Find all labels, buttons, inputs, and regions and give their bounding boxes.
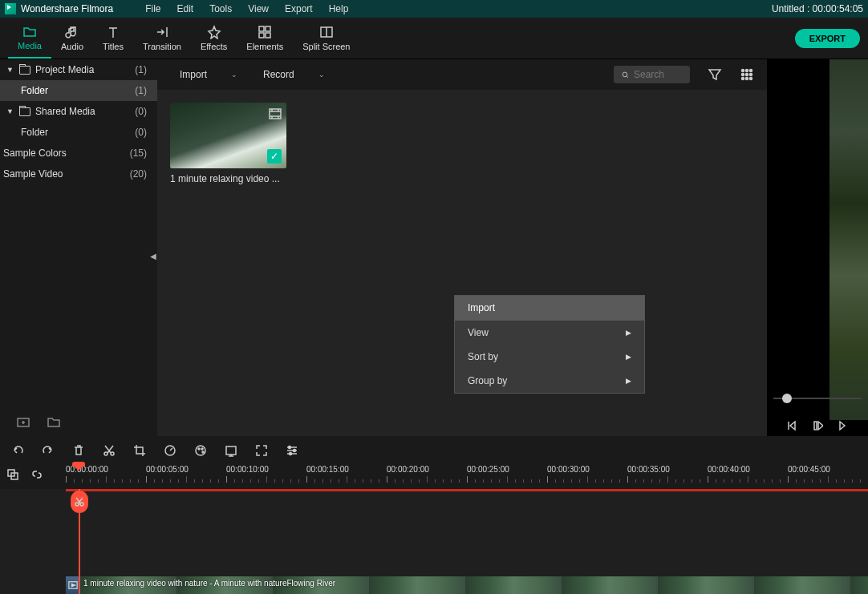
playhead-marker[interactable] xyxy=(72,462,85,470)
context-menu: Import View ▶ Sort by ▶ Group by ▶ xyxy=(454,295,645,394)
sidebar: ▼ Project Media (1) Folder (1) ▼ Shared … xyxy=(0,59,157,436)
next-frame-button[interactable] xyxy=(838,420,849,431)
color-button[interactable] xyxy=(194,444,207,457)
record-dropdown[interactable]: Record ⌄ xyxy=(254,66,335,83)
media-label: 1 minute relaxing video ... xyxy=(170,173,286,184)
menu-file[interactable]: File xyxy=(145,3,160,14)
timeline-tracks[interactable]: 1 minute relaxing video with nature - A … xyxy=(0,489,868,594)
ruler-tick: 00:00:40:00 xyxy=(708,465,750,474)
expand-button[interactable] xyxy=(255,444,268,457)
sidebar-item-shared-media[interactable]: ▼ Shared Media (0) xyxy=(0,101,157,122)
menu-tools[interactable]: Tools xyxy=(209,3,232,14)
media-item[interactable]: ✓ 1 minute relaxing video ... xyxy=(170,103,286,184)
folder-icon xyxy=(19,66,30,75)
media-thumbnail: ✓ xyxy=(170,103,286,168)
project-title-time: Untitled : 00:00:54:05 xyxy=(772,3,863,14)
context-sort-by[interactable]: Sort by ▶ xyxy=(455,345,644,369)
cut-button[interactable] xyxy=(103,444,116,457)
search-box[interactable] xyxy=(614,66,690,83)
svg-rect-3 xyxy=(266,33,270,38)
tab-toolbar: Media Audio Titles Transition Effects El… xyxy=(0,18,868,59)
svg-rect-1 xyxy=(266,26,270,31)
play-pause-button[interactable] xyxy=(812,420,823,431)
ruler-tick: 00:00:10:00 xyxy=(226,465,269,474)
delete-button[interactable] xyxy=(72,444,85,457)
preview-slider[interactable] xyxy=(767,391,868,406)
redo-button[interactable] xyxy=(42,444,55,457)
link-button[interactable] xyxy=(30,468,43,481)
playhead-handle[interactable] xyxy=(71,491,88,513)
menu-export[interactable]: Export xyxy=(285,3,313,14)
svg-point-9 xyxy=(750,70,752,72)
sidebar-item-sample-video[interactable]: Sample Video (20) xyxy=(0,164,157,184)
svg-point-14 xyxy=(746,78,748,80)
tab-split-screen[interactable]: Split Screen xyxy=(293,18,359,59)
sidebar-item-folder-2[interactable]: Folder (0) xyxy=(0,122,157,143)
sidebar-item-sample-colors[interactable]: Sample Colors (15) xyxy=(0,143,157,164)
preview-controls xyxy=(767,420,868,431)
undo-button[interactable] xyxy=(11,444,24,457)
ruler-tick: 00:00:20:00 xyxy=(387,465,429,474)
tab-elements[interactable]: Elements xyxy=(237,18,293,59)
search-input[interactable] xyxy=(634,69,682,80)
clip-label: 1 minute relaxing video with nature - A … xyxy=(83,579,335,588)
prev-frame-button[interactable] xyxy=(786,420,797,431)
crop-button[interactable] xyxy=(133,444,146,457)
ruler-tick: 00:00:25:00 xyxy=(467,465,509,474)
svg-rect-17 xyxy=(814,422,817,430)
tab-media[interactable]: Media xyxy=(8,18,51,59)
tab-effects[interactable]: Effects xyxy=(191,18,237,59)
svg-rect-2 xyxy=(259,33,264,38)
context-group-by[interactable]: Group by ▶ xyxy=(455,369,644,393)
green-screen-button[interactable] xyxy=(225,444,237,457)
export-button[interactable]: EXPORT xyxy=(795,29,860,48)
search-icon xyxy=(622,70,629,80)
preview-frame xyxy=(829,59,868,420)
timeline-area: 00:00:00:0000:00:05:0000:00:10:0000:00:1… xyxy=(0,436,868,594)
timeline-header: 00:00:00:0000:00:05:0000:00:10:0000:00:1… xyxy=(0,465,868,489)
import-dropdown[interactable]: Import ⌄ xyxy=(170,66,247,83)
add-marker-button[interactable] xyxy=(6,468,19,481)
tab-transition[interactable]: Transition xyxy=(133,18,191,59)
speed-button[interactable] xyxy=(164,444,176,457)
tab-titles[interactable]: Titles xyxy=(93,18,133,59)
sidebar-item-project-media[interactable]: ▼ Project Media (1) xyxy=(0,59,157,80)
context-import[interactable]: Import xyxy=(455,296,644,320)
new-folder-icon[interactable] xyxy=(16,414,30,429)
chevron-down-icon: ⌄ xyxy=(231,71,237,79)
slider-thumb[interactable] xyxy=(782,394,792,403)
svg-point-24 xyxy=(202,451,204,453)
video-clip[interactable]: 1 minute relaxing video with nature - A … xyxy=(80,576,868,594)
tab-audio[interactable]: Audio xyxy=(51,18,93,59)
submenu-arrow-icon: ▶ xyxy=(626,329,631,337)
svg-point-15 xyxy=(750,78,752,80)
app-title: Wondershare Filmora xyxy=(21,3,113,14)
menu-view[interactable]: View xyxy=(248,3,269,14)
ruler-tick: 00:00:35:00 xyxy=(627,465,670,474)
audio-icon xyxy=(65,25,79,39)
svg-point-10 xyxy=(742,74,744,76)
settings-button[interactable] xyxy=(286,444,298,457)
video-track: 1 minute relaxing video with nature - A … xyxy=(66,576,868,594)
svg-point-7 xyxy=(742,70,744,72)
sidebar-item-folder-1[interactable]: Folder (1) xyxy=(0,80,157,101)
folder-icon xyxy=(22,24,37,38)
submenu-arrow-icon: ▶ xyxy=(626,377,631,385)
video-type-icon xyxy=(269,107,282,120)
app-logo xyxy=(5,3,16,14)
grid-view-icon[interactable] xyxy=(740,67,754,82)
context-view[interactable]: View ▶ xyxy=(455,321,644,345)
sidebar-collapse-button[interactable]: ◀ xyxy=(149,244,157,268)
folder-icon[interactable] xyxy=(47,414,61,429)
expand-arrow-icon: ▼ xyxy=(6,66,14,74)
chevron-down-icon: ⌄ xyxy=(318,71,325,79)
svg-point-6 xyxy=(623,72,627,77)
transition-icon xyxy=(155,25,169,39)
time-ruler[interactable]: 00:00:00:0000:00:05:0000:00:10:0000:00:1… xyxy=(66,465,868,489)
menu-edit[interactable]: Edit xyxy=(177,3,194,14)
ruler-tick: 00:00:05:00 xyxy=(146,465,189,474)
menu-help[interactable]: Help xyxy=(329,3,349,14)
svg-point-19 xyxy=(111,452,114,455)
svg-point-8 xyxy=(746,70,748,72)
filter-icon[interactable] xyxy=(708,67,722,82)
